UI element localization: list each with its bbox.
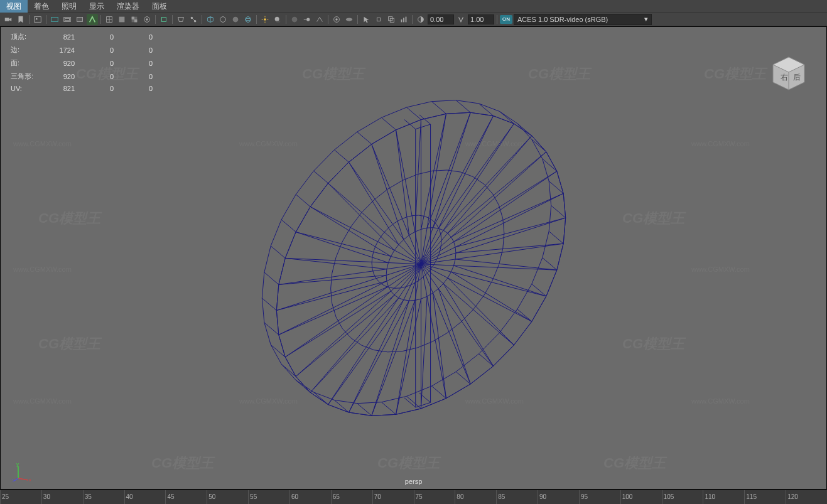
svg-line-139 — [278, 281, 386, 335]
pointer-icon[interactable] — [360, 14, 372, 25]
svg-line-231 — [563, 193, 565, 218]
copy-icon[interactable] — [386, 14, 397, 25]
svg-rect-37 — [377, 18, 380, 21]
color-space-dropdown[interactable]: ACES 1.0 SDR-video (sRGB) ▾ — [514, 14, 652, 25]
svg-rect-16 — [162, 17, 166, 21]
image-plane-icon[interactable] — [32, 14, 43, 25]
svg-point-2 — [36, 18, 38, 19]
svg-line-63 — [542, 258, 556, 271]
exposure-icon[interactable] — [415, 14, 426, 25]
film-gate-icon[interactable] — [49, 14, 60, 25]
snap-icon[interactable] — [373, 14, 384, 25]
svg-line-156 — [285, 232, 296, 259]
isolate-icon[interactable] — [158, 14, 170, 25]
aa-icon[interactable] — [314, 14, 325, 25]
svg-line-218 — [531, 139, 546, 152]
3d-box-icon[interactable] — [205, 14, 216, 25]
timeline[interactable]: 2530354045505560657075808590951001051101… — [0, 490, 827, 504]
svg-point-36 — [346, 18, 353, 21]
svg-line-153 — [271, 246, 285, 259]
gate-mask-icon[interactable] — [74, 14, 85, 25]
sphere-icon[interactable] — [217, 14, 229, 25]
use-all-lights-icon[interactable] — [141, 14, 153, 25]
svg-line-239 — [18, 478, 28, 480]
svg-point-22 — [246, 16, 251, 22]
svg-line-222 — [451, 171, 556, 237]
menu-show[interactable]: 显示 — [83, 0, 111, 13]
dof-icon[interactable] — [331, 14, 342, 25]
timeline-tick: 70 — [372, 490, 381, 504]
menu-panels[interactable]: 面板 — [146, 0, 173, 13]
svg-line-19 — [192, 18, 195, 21]
shade-select-icon[interactable] — [87, 14, 98, 25]
shadows-icon[interactable] — [272, 14, 283, 25]
svg-line-164 — [310, 206, 394, 250]
stat-row-faces: 面:92000 — [11, 57, 158, 69]
menu-lighting[interactable]: 照明 — [55, 0, 83, 13]
wireframe-icon[interactable] — [104, 14, 115, 25]
smooth-shade-icon[interactable] — [116, 14, 127, 25]
svg-line-224 — [453, 171, 556, 242]
svg-line-102 — [396, 299, 421, 414]
svg-line-116 — [328, 405, 349, 412]
svg-rect-3 — [51, 17, 58, 21]
viewport-panel[interactable]: CG模型王 CG模型王 CG模型王 CG模型王 www.CGMXW.com ww… — [0, 26, 827, 490]
view-cube[interactable]: 右 后 — [767, 52, 811, 96]
svg-rect-42 — [406, 16, 407, 22]
viewport-menubar: 视图 着色 照明 显示 渲染器 面板 — [0, 0, 827, 13]
svg-line-221 — [546, 152, 556, 171]
svg-line-104 — [396, 300, 414, 414]
svg-line-183 — [381, 117, 396, 130]
svg-line-128 — [281, 364, 296, 377]
bookmark-icon[interactable] — [15, 14, 26, 25]
svg-line-174 — [349, 162, 403, 239]
svg-line-206 — [493, 116, 514, 124]
svg-line-213 — [517, 124, 531, 136]
poly-count-hud: 顶点:82100 边:172400 面:92000 三角形:92000 UV:8… — [9, 29, 159, 95]
timeline-tick: 50 — [207, 490, 215, 504]
menu-view[interactable]: 视图 — [0, 0, 28, 13]
axis-gizmo[interactable]: x y z — [12, 463, 31, 481]
gamma-icon[interactable] — [455, 14, 467, 25]
separator — [155, 15, 156, 24]
light-icon[interactable] — [259, 14, 271, 25]
menu-shading[interactable]: 着色 — [28, 0, 55, 13]
watermark-url: www.CGMXW.com — [13, 265, 72, 273]
color-mgmt-on-badge[interactable]: ON — [500, 15, 512, 24]
timeline-tick: 115 — [744, 490, 757, 504]
svg-line-74 — [447, 278, 531, 321]
chart-icon[interactable] — [398, 14, 409, 25]
svg-line-196 — [446, 112, 470, 114]
svg-line-129 — [296, 291, 391, 377]
timeline-tick: 45 — [165, 490, 174, 504]
separator — [286, 15, 286, 24]
svg-line-238 — [404, 119, 415, 129]
hw-texture-icon[interactable] — [230, 14, 241, 25]
textured-icon[interactable] — [129, 14, 140, 25]
svg-text:后: 后 — [793, 73, 801, 82]
svg-text:x: x — [29, 477, 31, 481]
svg-line-54 — [455, 218, 565, 253]
svg-line-133 — [271, 345, 285, 357]
xray-icon[interactable] — [175, 14, 186, 25]
viewport-toolbar: ON ACES 1.0 SDR-video (sRGB) ▾ — [0, 13, 827, 26]
camera-name-label: persp — [405, 478, 423, 485]
globe-icon[interactable] — [242, 14, 254, 25]
svg-line-187 — [414, 120, 421, 232]
xray-joints-icon[interactable] — [188, 14, 199, 25]
motion-blur-icon[interactable] — [301, 14, 313, 25]
timeline-tick: 90 — [538, 490, 546, 504]
exposure-input[interactable] — [428, 14, 454, 24]
timeline-tick: 85 — [496, 490, 505, 504]
resolution-gate-icon[interactable] — [62, 14, 73, 25]
timeline-ruler[interactable]: 2530354045505560657075808590951001051101… — [0, 490, 827, 504]
gamma-input[interactable] — [468, 14, 494, 24]
svg-rect-0 — [5, 18, 9, 21]
svg-point-21 — [233, 16, 239, 22]
separator — [412, 15, 413, 24]
ao-icon[interactable] — [289, 14, 300, 25]
fog-icon[interactable] — [343, 14, 355, 25]
timeline-tick: 65 — [331, 490, 340, 504]
camera-select-icon[interactable] — [3, 14, 14, 25]
menu-renderer[interactable]: 渲染器 — [111, 0, 146, 13]
